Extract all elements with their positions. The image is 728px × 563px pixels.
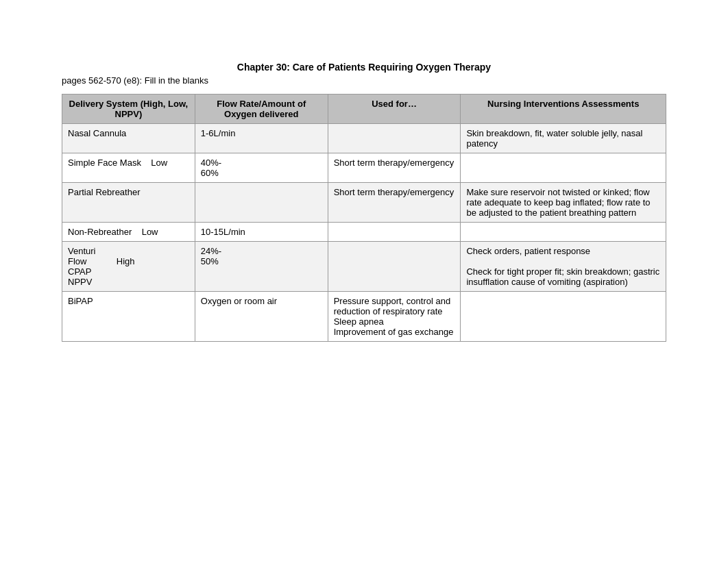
row2-delivery: Simple Face Mask Low: [68, 158, 167, 168]
row6-col4: [461, 292, 666, 342]
row6-delivery: BiPAP: [68, 296, 93, 306]
table-row: Nasal Cannula 1-6L/min Skin breakdown, f…: [62, 124, 666, 153]
row6-flowrate: Oxygen or room air: [201, 296, 277, 306]
row1-delivery: Nasal Cannula: [68, 128, 126, 138]
header-usedfor: Used for…: [328, 95, 461, 124]
row5-delivery: VenturiFlow HighCPAPNPPV: [68, 246, 135, 287]
row2-flowrate: 40%-60%: [201, 158, 221, 178]
row1-flowrate: 1-6L/min: [201, 128, 236, 138]
row6-col2: Oxygen or room air: [195, 292, 328, 342]
row3-nursing: Make sure reservoir not twisted or kinke…: [466, 187, 650, 218]
header-delivery: Delivery System (High, Low, NPPV): [62, 95, 195, 124]
table-row: Non-Rebreather Low 10-15L/min: [62, 223, 666, 242]
row5-col3: [328, 242, 461, 292]
row1-col3: [328, 124, 461, 153]
row3-delivery: Partial Rebreather: [68, 187, 141, 197]
row4-delivery: Non-Rebreather Low: [68, 227, 158, 237]
header-flowrate: Flow Rate/Amount of Oxygen delivered: [195, 95, 328, 124]
row2-col3: Short term therapy/emergency: [328, 153, 461, 183]
table-row: Simple Face Mask Low 40%-60% Short term …: [62, 153, 666, 183]
row4-col3: [328, 223, 461, 242]
row1-nursing: Skin breakdown, fit, water soluble jelly…: [466, 128, 642, 149]
row2-col4: [461, 153, 666, 183]
row6-col1: BiPAP: [62, 292, 195, 342]
row1-col1: Nasal Cannula: [62, 124, 195, 153]
page-container: Chapter 30: Care of Patients Requiring O…: [0, 0, 728, 369]
row6-usedfor: Pressure support, control and reduction …: [334, 296, 454, 337]
row3-col2: [195, 183, 328, 223]
row4-col2: 10-15L/min: [195, 223, 328, 242]
row5-flowrate: 24%-50%: [201, 246, 221, 266]
row3-col3: Short term therapy/emergency: [328, 183, 461, 223]
table-row: BiPAP Oxygen or room air Pressure suppor…: [62, 292, 666, 342]
row2-col2: 40%-60%: [195, 153, 328, 183]
row5-col2: 24%-50%: [195, 242, 328, 292]
row4-col1: Non-Rebreather Low: [62, 223, 195, 242]
row5-col4: Check orders, patient responseCheck for …: [461, 242, 666, 292]
row3-col1: Partial Rebreather: [62, 183, 195, 223]
row4-col4: [461, 223, 666, 242]
row3-col4: Make sure reservoir not twisted or kinke…: [461, 183, 666, 223]
row1-col2: 1-6L/min: [195, 124, 328, 153]
page-subtitle: pages 562-570 (e8): Fill in the blanks: [62, 75, 666, 86]
row2-col1: Simple Face Mask Low: [62, 153, 195, 183]
main-table: Delivery System (High, Low, NPPV) Flow R…: [62, 94, 666, 342]
page-title: Chapter 30: Care of Patients Requiring O…: [62, 62, 666, 73]
header-nursing: Nursing Interventions Assessments: [461, 95, 666, 124]
table-row: VenturiFlow HighCPAPNPPV 24%-50% Check o…: [62, 242, 666, 292]
row2-usedfor: Short term therapy/emergency: [334, 158, 454, 168]
row1-col4: Skin breakdown, fit, water soluble jelly…: [461, 124, 666, 153]
table-row: Partial Rebreather Short term therapy/em…: [62, 183, 666, 223]
row4-flowrate: 10-15L/min: [201, 227, 245, 237]
row5-col1: VenturiFlow HighCPAPNPPV: [62, 242, 195, 292]
row5-nursing: Check orders, patient responseCheck for …: [466, 246, 659, 287]
row3-usedfor: Short term therapy/emergency: [334, 187, 454, 197]
row6-col3: Pressure support, control and reduction …: [328, 292, 461, 342]
